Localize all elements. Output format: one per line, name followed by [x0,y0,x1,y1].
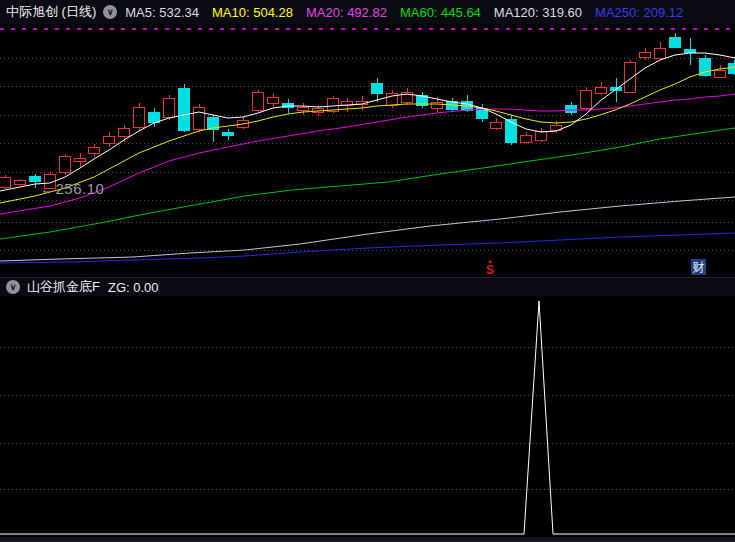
indicator-header: ∨ 山谷抓金底F ZG: 0.00 [0,277,735,296]
trading-app-window: 中际旭创 (日线) ∨ MA5: 532.34MA10: 504.28MA20:… [0,0,735,542]
sell-letter: S [483,264,497,276]
sell-signal-marker: ▲ S [483,258,497,276]
candlestick-chart[interactable] [0,0,735,542]
bottom-border [0,537,735,542]
chevron-down-icon[interactable]: ∨ [6,280,20,294]
cai-news-badge[interactable]: 财 [691,259,706,275]
price-annotation: ←256.10 [40,180,104,197]
indicator-value: ZG: 0.00 [108,280,159,295]
indicator-name: 山谷抓金底F [27,278,100,296]
